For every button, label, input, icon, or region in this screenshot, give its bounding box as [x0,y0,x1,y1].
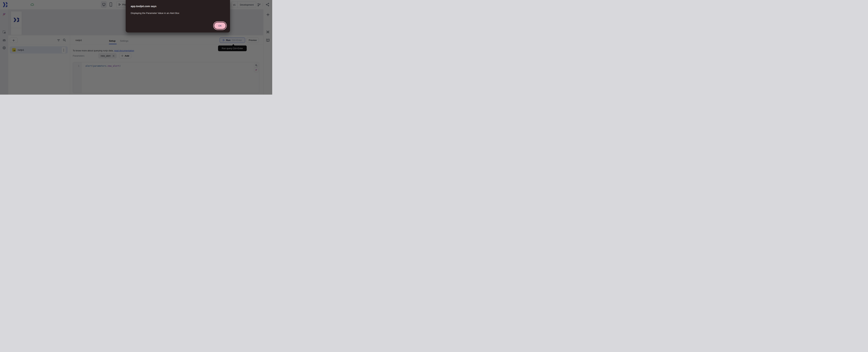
alert-dialog: app.tooljet.com says Displaying the Para… [126,0,230,32]
alert-message: Displaying the Parameter Value in an Ale… [131,12,179,14]
alert-ok-button[interactable]: OK [214,22,226,29]
app-stage: Promote v1 Development [0,0,272,95]
alert-title: app.tooljet.com says [131,5,156,8]
